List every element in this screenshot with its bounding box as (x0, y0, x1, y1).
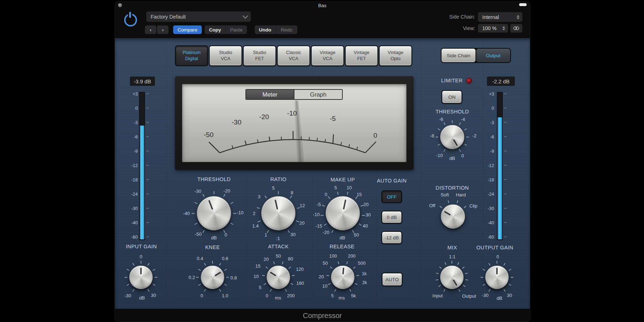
tick-label: -2 (472, 133, 477, 138)
tick-label: 10 (322, 283, 327, 289)
tick-label: 100 (329, 253, 337, 259)
compare-button[interactable]: Compare (173, 25, 202, 34)
circuit-tab-studio-fet[interactable]: StudioFET (243, 45, 276, 66)
tick-label: 20 (319, 274, 324, 279)
tick-label: 0.6 (222, 256, 228, 261)
release-knob[interactable] (331, 265, 355, 289)
tick-label: 1.4 (252, 223, 259, 229)
up-down-chevrons-icon (517, 15, 519, 19)
input-gain-knob[interactable] (129, 265, 153, 289)
circuit-tab-studio-vca[interactable]: StudioVCA (209, 45, 242, 66)
copy-paste-group: Copy Paste (205, 25, 247, 34)
input-meter-scale: +30-3-6-9-12-18-24-30-40-60 (118, 87, 138, 244)
tick-label: ms (338, 295, 345, 301)
meter-scale-label: -9 (118, 144, 138, 158)
window-title: Bas (115, 3, 530, 8)
tick-label: 0 (265, 293, 268, 298)
tick-label: dB (211, 235, 217, 240)
circuit-tab-vintage-fet[interactable]: VintageFET (345, 45, 378, 66)
mix-knob[interactable] (440, 265, 464, 289)
meter-scale-label: -9 (474, 144, 494, 158)
meter-scale-label: -18 (118, 173, 138, 187)
link-button[interactable] (510, 24, 522, 33)
meter-scale-label: +3 (474, 87, 494, 101)
auto-gain-minus12db-button[interactable]: -12 dB (381, 231, 402, 244)
meter-scale-label: -6 (474, 130, 494, 144)
tab-output[interactable]: Output (476, 49, 510, 62)
makeup-knob[interactable] (326, 196, 360, 230)
tick-label: 10 (347, 185, 352, 190)
attack-knob[interactable] (267, 265, 290, 289)
tick-label: dB (340, 235, 345, 240)
tick-label: 30 (151, 293, 156, 298)
input-gain-reading: -3.9 dB (130, 77, 155, 86)
side-chain-select[interactable]: Internal (478, 12, 522, 22)
tick-label: -20 (224, 188, 230, 194)
meter-scale-label: -3 (474, 116, 494, 130)
tick-label: -10 (436, 153, 443, 158)
tab-meter[interactable]: Meter (246, 90, 294, 99)
tick-label: Off (429, 203, 435, 208)
preset-dropdown[interactable]: Factory Default (146, 11, 251, 22)
next-preset-button[interactable]: › (157, 25, 169, 34)
tick-label: ms (275, 295, 281, 301)
release-title: RELEASE (330, 244, 355, 249)
vu-label: -20 (259, 113, 269, 121)
tick-label: 1:1 (449, 254, 455, 259)
tick-label: 200 (348, 253, 356, 259)
output-gain-reading: -2.2 dB (487, 77, 515, 86)
limiter-on-button[interactable]: ON (441, 90, 462, 104)
auto-gain-off-button[interactable]: OFF (381, 190, 402, 203)
redo-button[interactable]: Redo (276, 25, 297, 34)
output-gain-knob[interactable] (485, 265, 509, 289)
tick-label: -4 (461, 117, 465, 122)
tick-label: 0 (325, 192, 327, 197)
mix-title: MIX (448, 245, 457, 250)
circuit-tab-vintage-vca[interactable]: VintageVCA (311, 45, 344, 66)
tick-label: dB (497, 296, 502, 301)
tick-label: 5 (334, 185, 337, 190)
circuit-tab-classic-vca[interactable]: ClassicVCA (277, 45, 310, 66)
tick-label: 50 (276, 253, 281, 259)
window-pill-indicator (519, 3, 527, 6)
tick-label: 50 (323, 260, 328, 266)
threshold-title: THRESHOLD (197, 176, 230, 182)
chevron-down-icon (243, 13, 248, 19)
meter-scale-label: 0 (118, 101, 138, 116)
compressor-plugin-window: Bas Factory Default ‹ › Compare Copy Pas… (114, 1, 530, 322)
circuit-tab-vintage-opto[interactable]: VintageOpto (379, 45, 412, 66)
ratio-knob[interactable] (261, 196, 296, 230)
output-meter-ticks (504, 93, 507, 238)
copy-button[interactable]: Copy (205, 25, 225, 34)
side-chain-label: Side Chain: (425, 14, 475, 20)
input-meter-ticks (146, 93, 149, 238)
tab-side-chain[interactable]: Side Chain (441, 49, 475, 62)
input-gain-title: INPUT GAIN (126, 244, 157, 249)
tick-label: 2 (253, 211, 255, 216)
vu-meter-face: -50 -30 -20 -10 -5 0 Meter Graph (182, 84, 406, 162)
tick-label: 0 (200, 293, 203, 298)
prev-preset-button[interactable]: ‹ (145, 25, 156, 34)
knee-knob[interactable] (201, 265, 224, 289)
meter-scale-label: -60 (474, 230, 494, 244)
power-button[interactable] (123, 12, 137, 25)
tick-label: 0 (140, 254, 142, 259)
plugin-name: Compressor (303, 312, 342, 320)
tick-label: -6 (439, 117, 443, 122)
limiter-threshold-knob[interactable] (440, 125, 464, 149)
tick-label: -5 (317, 202, 321, 207)
distortion-knob[interactable] (441, 204, 465, 229)
tick-label: 5 (272, 185, 274, 191)
paste-button[interactable]: Paste (226, 25, 247, 34)
tick-label: dB (449, 156, 455, 161)
threshold-knob[interactable] (197, 196, 231, 230)
auto-gain-0db-button[interactable]: 0 dB (381, 211, 402, 224)
circuit-tab-platinum-digital[interactable]: PlatinumDigital (175, 45, 208, 66)
tab-graph[interactable]: Graph (294, 90, 342, 99)
undo-button[interactable]: Undo (255, 25, 275, 34)
auto-release-button[interactable]: AUTO (382, 273, 402, 286)
tick-label: 30 (291, 232, 296, 237)
chevron-right-icon: › (162, 27, 164, 33)
chevron-left-icon: ‹ (150, 27, 152, 33)
view-zoom-select[interactable]: 100 % (478, 24, 508, 33)
